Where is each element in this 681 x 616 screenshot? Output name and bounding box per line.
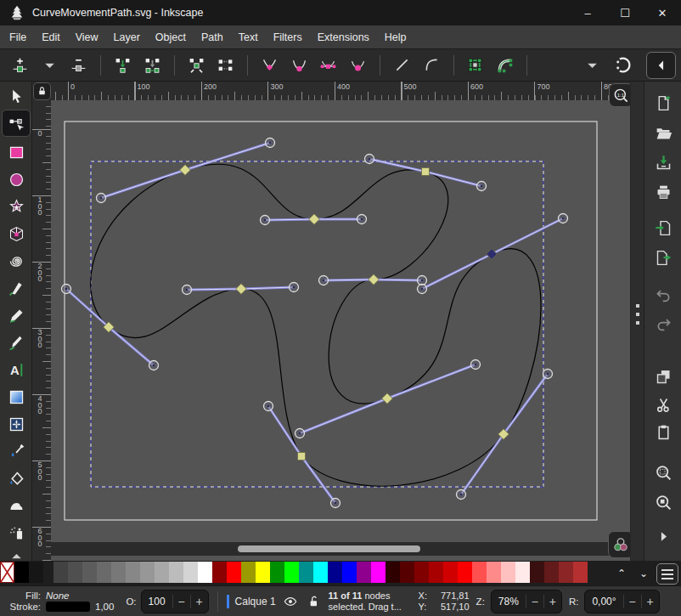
rotation-increase-button[interactable]: +	[641, 595, 659, 608]
swatch-570000[interactable]	[400, 562, 414, 583]
tweak-tool[interactable]	[3, 493, 30, 518]
box3d-tool[interactable]	[3, 221, 30, 246]
swatch-787878[interactable]	[111, 562, 126, 583]
break-nodes-button[interactable]	[184, 54, 209, 77]
node-symmetric-button[interactable]	[317, 54, 341, 77]
maximize-button[interactable]: ☐	[606, 0, 644, 25]
menu-edit[interactable]: Edit	[34, 28, 68, 47]
swatch-979797[interactable]	[140, 562, 155, 583]
swatch-6a6a6a[interactable]	[97, 562, 111, 583]
zoom-drawing-button[interactable]	[651, 490, 675, 514]
redo-button[interactable]	[651, 311, 675, 335]
node-corner-button[interactable]	[257, 54, 282, 77]
menu-text[interactable]: Text	[231, 28, 266, 47]
swatch-8c2525[interactable]	[559, 562, 573, 583]
cut-button[interactable]	[651, 393, 675, 416]
lock-guides-button[interactable]	[33, 82, 51, 100]
swatch-00ff00[interactable]	[284, 562, 299, 583]
swatch-800000[interactable]	[414, 562, 429, 583]
insert-node-menu-button[interactable]	[37, 54, 62, 77]
object-to-path-button[interactable]	[464, 54, 488, 77]
swatch-2e0000[interactable]	[386, 562, 400, 583]
path-node-diamond[interactable]	[180, 165, 191, 176]
swatch-a80000[interactable]	[429, 562, 443, 583]
palette-scroll-up-button[interactable]: ⌃	[611, 561, 633, 585]
gradient-tool[interactable]	[3, 384, 30, 410]
menu-layer[interactable]: Layer	[106, 28, 148, 47]
menu-path[interactable]: Path	[194, 28, 231, 47]
segment-curve-button[interactable]	[419, 54, 444, 77]
show-transform-handles-button[interactable]	[610, 54, 634, 77]
stroke-to-path-button[interactable]	[492, 54, 517, 77]
palette-menu-button[interactable]	[656, 563, 678, 585]
swatch-d10000[interactable]	[443, 562, 458, 583]
join-with-segment-button[interactable]	[140, 54, 165, 77]
bezier-path[interactable]	[91, 164, 541, 486]
paste-button[interactable]	[651, 420, 675, 444]
opacity-decrease-button[interactable]: −	[172, 595, 190, 608]
calligraphy-tool[interactable]	[3, 330, 30, 355]
opacity-increase-button[interactable]: +	[190, 595, 208, 608]
spiral-tool[interactable]	[3, 248, 30, 274]
zoom-decrease-button[interactable]: −	[526, 595, 543, 608]
swatch-none[interactable]	[0, 562, 14, 583]
dropper-tool[interactable]	[3, 438, 30, 464]
menu-view[interactable]: View	[68, 28, 106, 47]
join-nodes-button[interactable]	[110, 54, 135, 77]
path-node-diamond[interactable]	[382, 393, 393, 404]
mesh-tool[interactable]	[3, 411, 30, 437]
save-document-button[interactable]	[651, 150, 675, 174]
menu-object[interactable]: Object	[148, 28, 194, 47]
swatch-ff5050[interactable]	[472, 562, 487, 583]
swatch-4f4f4f[interactable]	[68, 562, 82, 583]
layer-name[interactable]: Calque 1	[235, 596, 276, 608]
ellipse-tool[interactable]	[3, 167, 30, 192]
horizontal-scrollbar-thumb[interactable]	[238, 545, 420, 552]
swatch-9b9b00[interactable]	[241, 562, 256, 583]
swatch-ff8a8a[interactable]	[487, 562, 501, 583]
collapse-snap-toolbar-button[interactable]	[646, 52, 676, 79]
opacity-value[interactable]: 100	[142, 596, 172, 608]
export-button[interactable]	[651, 246, 675, 269]
pen-tool[interactable]	[3, 275, 30, 301]
swatch-b53030[interactable]	[573, 562, 588, 583]
swatch-008f00[interactable]	[270, 562, 284, 583]
swatch-d4d4d4[interactable]	[183, 562, 198, 583]
swatch-ffc0c0[interactable]	[501, 562, 515, 583]
vertical-ruler[interactable]: 01 0 02 0 03 0 04 0 05 0 06 0 0	[32, 100, 51, 561]
menu-extensions[interactable]: Extensions	[310, 28, 377, 47]
palette-scroll-down-button[interactable]: ⌄	[633, 561, 655, 585]
close-button[interactable]: ✕	[644, 0, 681, 25]
rectangle-tool[interactable]	[3, 139, 30, 165]
fill-stroke-indicator[interactable]: Fill: None Stroke: 1,00	[3, 591, 114, 612]
import-button[interactable]	[651, 216, 675, 240]
swatch-00ffff[interactable]	[313, 562, 328, 583]
spray-tool[interactable]	[3, 520, 30, 545]
node-tool[interactable]	[3, 110, 30, 136]
canvas-svg[interactable]	[51, 100, 630, 561]
swatch-ffffff[interactable]	[198, 562, 212, 583]
horizontal-scrollbar[interactable]	[51, 542, 630, 556]
rotation-decrease-button[interactable]: −	[623, 595, 641, 608]
swatch-5c5c5c[interactable]	[82, 562, 97, 583]
rotation-value[interactable]: 0,00°	[585, 596, 622, 608]
delete-node-button[interactable]	[67, 54, 92, 77]
swatch-000000[interactable]	[14, 562, 29, 583]
open-document-button[interactable]	[651, 121, 675, 144]
horizontal-ruler[interactable]: 0100200300400500600700800	[51, 82, 630, 100]
swatch-161616[interactable]	[29, 562, 43, 583]
swatch-3a0f0f[interactable]	[530, 562, 544, 583]
layer-lock-button[interactable]	[305, 593, 322, 610]
menu-file[interactable]: File	[2, 28, 34, 47]
paint-bucket-tool[interactable]	[3, 466, 30, 491]
segment-line-button[interactable]	[390, 54, 414, 77]
commands-overflow-button[interactable]	[651, 524, 675, 548]
path-node-diamond-dark[interactable]	[487, 249, 498, 260]
zoom-increase-button[interactable]: +	[543, 595, 561, 608]
insert-node-button[interactable]	[8, 54, 32, 77]
swatch-8f008f[interactable]	[357, 562, 371, 583]
layer-visibility-button[interactable]	[282, 593, 299, 610]
stroke-color-swatch[interactable]	[46, 602, 90, 612]
swatch-fa0000[interactable]	[458, 562, 472, 583]
node-auto-smooth-button[interactable]	[346, 54, 370, 77]
